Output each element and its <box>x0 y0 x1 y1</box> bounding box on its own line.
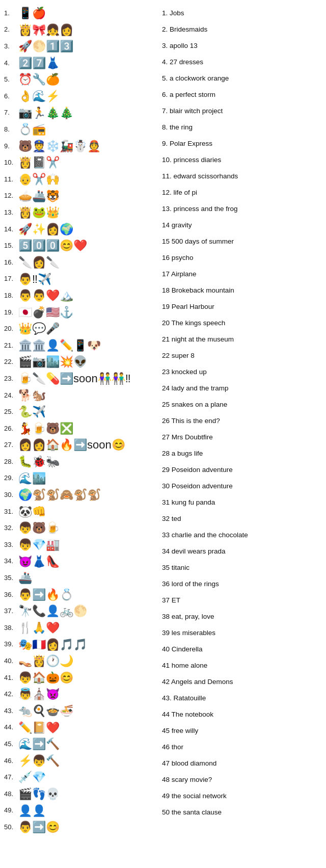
emoji-row: 11.👴✂️🙌 <box>4 171 157 188</box>
emoji-row: 21.🏛️🏛️👤✏️📱🐶 <box>4 337 157 354</box>
answer-row: 6. a perfect storm <box>162 87 322 103</box>
emoji-number: 39. <box>4 640 18 649</box>
emoji-icons: 🐕🐿️ <box>18 388 46 403</box>
answer-row: 5. a clockwork orange <box>162 70 322 87</box>
emoji-icons: 🌍🐒🐒🙈🐒🐒 <box>18 488 101 503</box>
emoji-icons: 🐻👮❄️🚂☃️👲 <box>18 139 101 154</box>
emoji-icons: 🔭📞👤🚲🌕 <box>18 604 87 619</box>
emoji-row: 15.5️⃣0️⃣0️⃣😊❤️ <box>4 238 157 254</box>
emoji-row: 16.🔪👩🔪 <box>4 254 157 271</box>
emoji-icons: 👨‼️✈️ <box>18 272 51 287</box>
emoji-number: 27. <box>4 441 18 450</box>
emoji-row: 26.💃🍺🐻❎ <box>4 420 157 437</box>
emoji-number: 36. <box>4 591 18 599</box>
answer-row: 20 The kings speech <box>162 315 322 331</box>
answer-row: 40 Cinderella <box>162 641 322 657</box>
emoji-icons: 👨👨❤️🏔️ <box>18 288 73 303</box>
answer-row: 43. Ratatouille <box>162 690 322 706</box>
emoji-number: 2. <box>4 25 18 34</box>
emoji-icons: 🎬👣💀 <box>18 787 60 802</box>
emoji-icons: 🐛🐞🐜 <box>18 455 60 469</box>
emoji-icons: 👦🏠🎃😊 <box>18 671 73 686</box>
emoji-icons: 👡👸🕐🌙 <box>18 654 73 669</box>
emoji-icons: 👸📓✂️ <box>18 155 60 170</box>
emoji-icons: 2️⃣7️⃣👗 <box>18 56 60 71</box>
emoji-number: 3. <box>4 42 18 51</box>
emoji-number: 33. <box>4 541 18 549</box>
answer-row: 18 Brokeback mountain <box>162 282 322 299</box>
emoji-number: 7. <box>4 109 18 117</box>
emoji-row: 37.🔭📞👤🚲🌕 <box>4 603 157 620</box>
emoji-row: 22.🎬📷🏙️💥👽 <box>4 354 157 371</box>
emoji-icons: 👸🐸👑 <box>18 205 60 220</box>
emoji-number: 9. <box>4 142 18 151</box>
emoji-number: 42. <box>4 690 18 699</box>
answer-row: 35 titanic <box>162 560 322 576</box>
emoji-icons: ✏️📔❤️ <box>18 721 60 735</box>
emoji-number: 13. <box>4 208 18 217</box>
emoji-icons: 🐍✈️ <box>18 405 46 419</box>
emoji-number: 43. <box>4 707 18 716</box>
emoji-number: 41. <box>4 674 18 682</box>
emoji-row: 42.👼⛪👿 <box>4 686 157 703</box>
answer-row: 26 This is the end? <box>162 413 322 429</box>
answer-row: 4. 27 dresses <box>162 54 322 70</box>
emoji-icons: 👼⛪👿 <box>18 687 60 702</box>
emoji-icons: 👦💎🏭 <box>18 538 60 553</box>
emoji-row: 32.👦🐻🍺 <box>4 520 157 537</box>
emoji-column: 1.📱🍎2.👸🎀👧👩3.🚀🌕1️⃣3️⃣4.2️⃣7️⃣👗5.⏰🔧🍊6.👌🌊⚡7… <box>4 5 157 836</box>
emoji-icons: 👤👤 <box>18 804 46 819</box>
answer-row: 21 night at the museum <box>162 331 322 348</box>
emoji-row: 24.🐕🐿️ <box>4 387 157 404</box>
answer-row: 27 Mrs Doubtfire <box>162 429 322 445</box>
answer-row: 33 charlie and the chocolate <box>162 527 322 543</box>
emoji-row: 46.⚡👦🔨 <box>4 753 157 770</box>
emoji-number: 48. <box>4 790 18 799</box>
answer-row: 11. edward scissorhands <box>162 168 322 185</box>
emoji-icons: 📷🏃🎄🎄 <box>18 106 73 121</box>
emoji-number: 37. <box>4 607 18 616</box>
emoji-icons: 🇯🇵💣🇺🇸⚓ <box>18 305 73 320</box>
emoji-icons: ⏰🔧🍊 <box>18 72 60 87</box>
emoji-icons: 🐀🍳🍲🍜 <box>18 704 73 719</box>
emoji-row: 39.🎭🇫🇷👩🎵🎵 <box>4 637 157 653</box>
emoji-icons: 🚀🌕1️⃣3️⃣ <box>18 39 73 54</box>
emoji-number: 20. <box>4 325 18 333</box>
emoji-row: 10.👸📓✂️ <box>4 154 157 171</box>
emoji-number: 12. <box>4 192 18 200</box>
emoji-row: 18.👨👨❤️🏔️ <box>4 287 157 304</box>
emoji-number: 1. <box>4 9 18 18</box>
emoji-icons: 👴✂️🙌 <box>18 172 60 187</box>
emoji-icons: 😈👗👠 <box>18 555 60 569</box>
emoji-number: 18. <box>4 292 18 300</box>
answer-row: 9. Polar Express <box>162 136 322 152</box>
answer-row: 44 The notebook <box>162 706 322 723</box>
emoji-number: 49. <box>4 806 18 815</box>
emoji-icons: 🔪👩🔪 <box>18 255 60 270</box>
emoji-row: 17.👨‼️✈️ <box>4 271 157 288</box>
emoji-icons: 🌊🏙️ <box>18 471 46 486</box>
emoji-row: 31.🐼👊 <box>4 504 157 520</box>
emoji-number: 30. <box>4 491 18 499</box>
answer-row: 46 thor <box>162 739 322 755</box>
emoji-number: 28. <box>4 458 18 466</box>
emoji-number: 10. <box>4 159 18 167</box>
emoji-row: 50.👨➡️😊 <box>4 819 157 836</box>
emoji-row: 38.🍴🙏❤️ <box>4 620 157 637</box>
emoji-row: 34.😈👗👠 <box>4 554 157 570</box>
emoji-row: 45.🌊➡️🔨 <box>4 736 157 753</box>
answer-row: 28 a bugs life <box>162 445 322 462</box>
emoji-icons: 💉💎 <box>18 770 46 785</box>
emoji-number: 35. <box>4 574 18 583</box>
emoji-icons: 🚀✨👩🌍 <box>18 222 73 237</box>
answer-row: 3. apollo 13 <box>162 38 322 54</box>
emoji-row: 14.🚀✨👩🌍 <box>4 221 157 238</box>
emoji-row: 47.💉💎 <box>4 769 157 786</box>
emoji-row: 48.🎬👣💀 <box>4 786 157 803</box>
emoji-row: 1.📱🍎 <box>4 5 157 22</box>
emoji-icons: 👩👩🏠🔥➡️soon😊 <box>18 438 125 453</box>
emoji-icons: 👨➡️🔥💍 <box>18 588 73 602</box>
answer-row: 24 lady and the tramp <box>162 380 322 397</box>
answer-row: 16 psycho <box>162 250 322 266</box>
emoji-number: 5. <box>4 75 18 84</box>
